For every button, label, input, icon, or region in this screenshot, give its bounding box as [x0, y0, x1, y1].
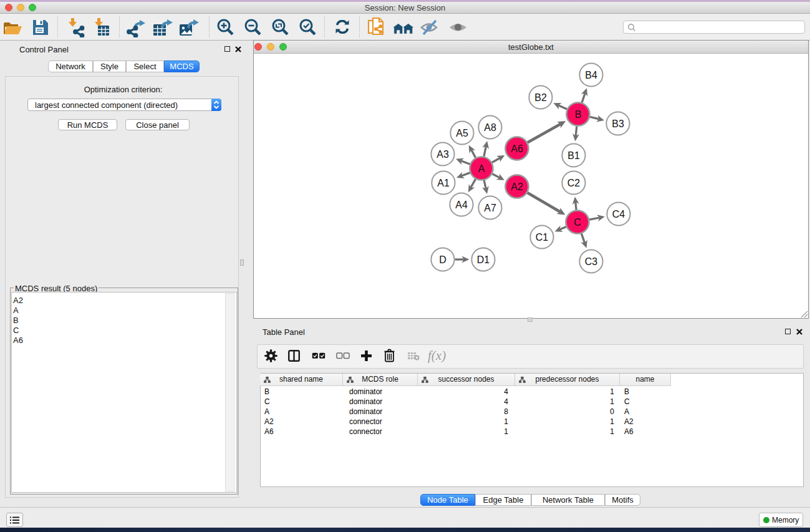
svg-text:B2: B2: [534, 92, 547, 103]
svg-text:A8: A8: [484, 122, 496, 133]
svg-text:B: B: [575, 109, 582, 120]
svg-text:C4: C4: [612, 209, 625, 220]
svg-text:D1: D1: [477, 254, 490, 265]
svg-text:A3: A3: [436, 149, 449, 160]
svg-text:A6: A6: [511, 143, 523, 154]
svg-text:D: D: [439, 254, 446, 265]
svg-text:B4: B4: [585, 70, 597, 80]
svg-text:C1: C1: [536, 232, 549, 243]
svg-text:A4: A4: [455, 200, 468, 210]
svg-text:B3: B3: [612, 118, 624, 129]
svg-text:A5: A5: [456, 128, 468, 138]
svg-text:A: A: [478, 163, 485, 174]
svg-text:B1: B1: [567, 150, 580, 161]
svg-text:A2: A2: [511, 181, 523, 192]
svg-text:A1: A1: [437, 178, 450, 188]
svg-text:C: C: [574, 217, 581, 228]
svg-text:C3: C3: [585, 256, 598, 267]
svg-text:A7: A7: [484, 203, 496, 213]
svg-text:C2: C2: [567, 178, 581, 188]
